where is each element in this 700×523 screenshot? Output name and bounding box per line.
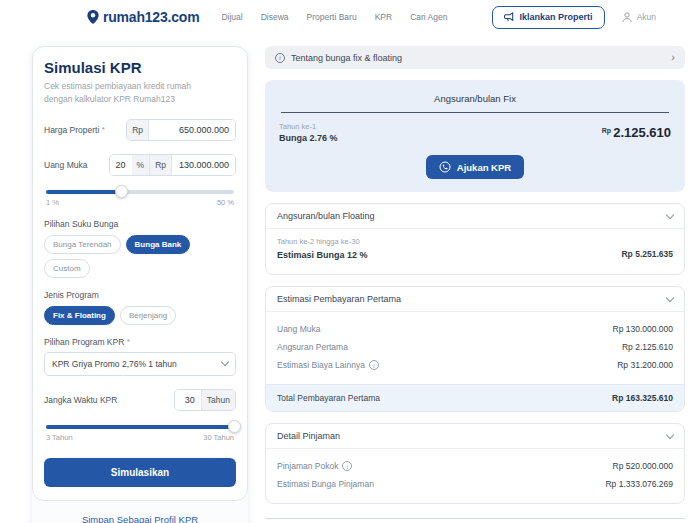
program-kpr-selected: KPR Griya Promo 2,76% 1 tahun [52, 359, 177, 369]
fix-rate: Bunga 2.76 % [279, 133, 338, 143]
chip-berjenjang[interactable]: Berjenjang [120, 306, 176, 325]
chip-custom[interactable]: Custom [44, 259, 90, 278]
angsuran-floating-card: Angsuran/bulan Floating Tahun ke-2 hingg… [265, 203, 685, 275]
chip-fix-floating[interactable]: Fix & Floating [44, 306, 115, 325]
ajukan-kpr-label: Ajukan KPR [457, 162, 511, 173]
chip-bunga-bank[interactable]: Bunga Bank [126, 235, 191, 254]
table-row: Angsuran Pertama Rp 2.125.610 [277, 338, 673, 356]
pembayaran-pertama-card: Estimasi Pembayaran Pertama Uang Muka Rp… [265, 286, 685, 412]
info-icon[interactable] [369, 360, 379, 370]
kpr-calculator-panel: Simulasi KPR Cek estimasi pembiayaan kre… [32, 46, 248, 523]
currency-prefix: Rp [150, 155, 172, 175]
uang-muka-input[interactable]: 20 % Rp 130.000.000 [109, 154, 236, 176]
info-icon [275, 53, 285, 63]
total-pembayaran-row: Total Pembayaran Pertama Rp 163.325.610 [266, 384, 684, 411]
jangka-waktu-slider-handle[interactable] [228, 420, 241, 433]
detail-accordion-header[interactable]: Detail Pinjaman [266, 424, 684, 449]
slider-min-label: 1 % [46, 198, 59, 207]
tahun-suffix: Tahun [201, 390, 235, 410]
slider-min-label: 3 Tahun [46, 433, 73, 442]
suku-bunga-label: Pilihan Suku Bunga [44, 219, 236, 229]
slider-max-label: 30 Tahun [203, 433, 234, 442]
results-panel: Tentang bunga fix & floating › Angsuran/… [265, 46, 685, 523]
top-navbar: rumah123.com Dijual Disewa Properti Baru… [0, 0, 700, 34]
account-menu[interactable]: Akun [621, 11, 656, 23]
percent-suffix: % [132, 155, 151, 175]
uang-muka-label: Uang Muka [44, 160, 87, 170]
currency-label: Rp [602, 127, 611, 134]
fix-card-title: Angsuran/bulan Fix [279, 90, 671, 112]
jangka-waktu-label: Jangka Waktu KPR [44, 395, 117, 405]
panel-subtitle: Cek estimasi pembiayaan kredit rumah den… [44, 80, 219, 106]
banner-label: Tentang bunga fix & floating [291, 53, 402, 63]
required-asterisk: * [102, 125, 105, 134]
pembayaran-accordion-header[interactable]: Estimasi Pembayaran Pertama [266, 287, 684, 312]
kpr-form-card: Simulasi KPR Cek estimasi pembiayaan kre… [32, 46, 248, 501]
nav-item-disewa[interactable]: Disewa [261, 12, 289, 22]
program-kpr-label: Pilihan Program KPR * [44, 337, 236, 347]
ajukan-kpr-button[interactable]: Ajukan KPR [426, 155, 524, 179]
rumah123-logo[interactable]: rumah123.com [86, 9, 199, 25]
account-label: Akun [637, 12, 656, 22]
nav-item-cari-agen[interactable]: Cari Agen [410, 12, 447, 22]
tentang-bunga-banner[interactable]: Tentang bunga fix & floating › [265, 46, 685, 69]
iklankan-properti-label: Iklankan Properti [520, 12, 593, 22]
harga-properti-input[interactable]: Rp 650.000.000 [126, 119, 236, 141]
info-icon[interactable] [342, 461, 352, 471]
table-row: Pinjaman Pokok Rp 520.000.000 [277, 457, 673, 475]
detail-pinjaman-card: Detail Pinjaman Pinjaman Pokok Rp 520.00… [265, 423, 685, 504]
nav-item-properti-baru[interactable]: Properti Baru [307, 12, 357, 22]
jenis-program-label: Jenis Program [44, 290, 236, 300]
slider-max-label: 50 % [217, 198, 234, 207]
jangka-waktu-input[interactable]: 30 Tahun [174, 389, 236, 411]
uang-muka-slider[interactable] [46, 190, 234, 194]
required-asterisk: * [127, 337, 130, 346]
table-row: Estimasi Biaya Lainnya Rp 31.200.000 [277, 356, 673, 374]
currency-prefix: Rp [127, 120, 149, 140]
chevron-down-icon [666, 210, 674, 218]
chip-bunga-terendah[interactable]: Bunga Terendah [44, 235, 121, 254]
logo-text: rumah123.com [103, 9, 199, 25]
jangka-waktu-slider[interactable] [46, 425, 234, 429]
harga-properti-label: Harga Properti * [44, 125, 105, 135]
divider [281, 112, 669, 113]
fix-period: Tahun ke-1 [279, 122, 338, 131]
map-pin-icon [86, 9, 100, 25]
user-icon [621, 11, 633, 23]
whatsapp-icon [439, 161, 451, 173]
uang-muka-slider-handle[interactable] [115, 185, 128, 198]
program-kpr-select[interactable]: KPR Griya Promo 2,76% 1 tahun [44, 352, 236, 376]
iklankan-properti-button[interactable]: Iklankan Properti [492, 6, 605, 29]
nav-item-dijual[interactable]: Dijual [221, 12, 242, 22]
divider [265, 518, 685, 519]
megaphone-icon [504, 12, 515, 23]
table-row: Uang Muka Rp 130.000.000 [277, 320, 673, 338]
uang-muka-value[interactable]: 130.000.000 [172, 155, 235, 175]
nav-item-kpr[interactable]: KPR [375, 12, 392, 22]
main-nav: Dijual Disewa Properti Baru KPR Cari Age… [221, 12, 447, 22]
jangka-waktu-value[interactable]: 30 [175, 390, 201, 410]
uang-muka-percent-value[interactable]: 20 [110, 155, 132, 175]
fix-monthly-amount: 2.125.610 [613, 125, 671, 140]
panel-title: Simulasi KPR [44, 59, 236, 76]
simulasikan-button[interactable]: Simulasikan [44, 458, 236, 487]
floating-rate: Estimasi Bunga 12 % [277, 250, 368, 260]
table-row: Estimasi Bunga Pinjaman Rp 1.333.076.269 [277, 475, 673, 493]
simpan-profil-link[interactable]: Simpan Sebagai Profil KPR [32, 501, 248, 523]
angsuran-fix-card: Angsuran/bulan Fix Tahun ke-1 Bunga 2.76… [265, 80, 685, 192]
chevron-down-icon [221, 358, 229, 366]
floating-period: Tahun ke-2 hingga ke-30 [277, 237, 673, 246]
chevron-down-icon [666, 293, 674, 301]
floating-amount: Rp 5.251.635 [621, 249, 673, 259]
chevron-right-icon: › [671, 52, 675, 63]
floating-accordion-header[interactable]: Angsuran/bulan Floating [266, 204, 684, 229]
chevron-down-icon [666, 430, 674, 438]
harga-properti-value[interactable]: 650.000.000 [149, 120, 235, 140]
